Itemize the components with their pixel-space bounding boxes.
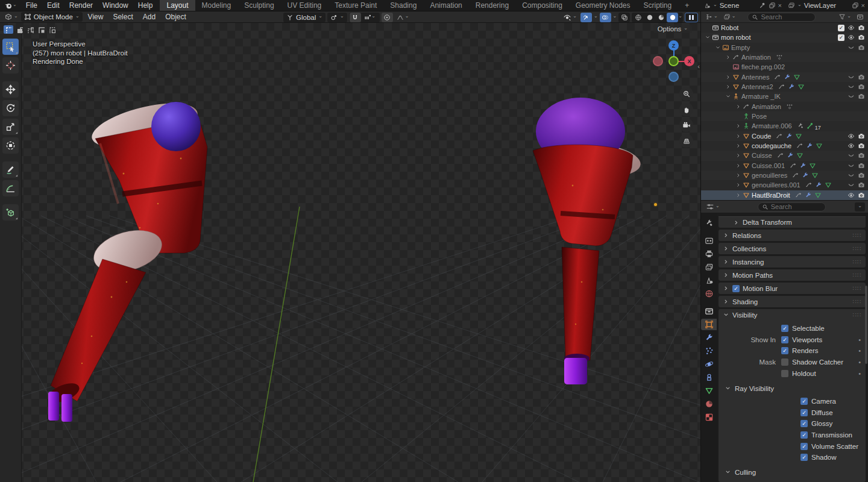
menu-window[interactable]: Window bbox=[98, 0, 133, 11]
eye-closed-icon[interactable] bbox=[848, 93, 855, 100]
outliner-display-mode[interactable] bbox=[703, 12, 720, 22]
outliner-search-input[interactable] bbox=[761, 13, 811, 20]
tab-material[interactable] bbox=[701, 398, 717, 410]
select-mode-extend-button[interactable] bbox=[14, 25, 24, 34]
view-layer-selector[interactable]: ViewLayer bbox=[785, 0, 868, 11]
drag-handle-icon[interactable] bbox=[852, 285, 861, 292]
chevron-right-icon[interactable] bbox=[724, 54, 732, 60]
tool-add-cube[interactable] bbox=[2, 204, 19, 221]
camera-icon[interactable] bbox=[858, 44, 865, 51]
collection-checkbox[interactable] bbox=[838, 34, 844, 41]
selectable-checkbox[interactable] bbox=[781, 325, 788, 332]
select-mode-invert-button[interactable] bbox=[36, 25, 46, 34]
camera-icon[interactable] bbox=[858, 152, 865, 159]
chevron-right-icon[interactable] bbox=[734, 182, 743, 188]
panel-collections[interactable]: Collections bbox=[719, 243, 866, 254]
camera-view-button[interactable] bbox=[679, 118, 693, 132]
tool-annotate[interactable] bbox=[2, 161, 19, 178]
close-icon[interactable] bbox=[778, 2, 782, 9]
robot-arm-left[interactable] bbox=[46, 95, 207, 422]
gizmo-minus-z-axis[interactable] bbox=[668, 72, 679, 82]
tab-render[interactable] bbox=[701, 235, 717, 246]
tab-modifiers[interactable] bbox=[701, 332, 717, 343]
zoom-button[interactable] bbox=[679, 87, 693, 101]
collection-checkbox[interactable] bbox=[838, 25, 844, 31]
chevron-right-icon[interactable] bbox=[734, 143, 743, 149]
shading-solid-button[interactable] bbox=[644, 13, 655, 22]
new-layer-icon[interactable] bbox=[852, 2, 859, 9]
camera-icon[interactable] bbox=[858, 83, 865, 90]
tab-geometry-nodes[interactable]: Geometry Nodes bbox=[569, 0, 637, 11]
tab-object-data[interactable] bbox=[701, 385, 717, 396]
chevron-down-icon[interactable] bbox=[714, 45, 722, 51]
camera-icon[interactable] bbox=[858, 172, 865, 179]
ray-shadow-checkbox[interactable] bbox=[800, 454, 808, 461]
chevron-down-icon[interactable] bbox=[703, 34, 712, 40]
chevron-right-icon[interactable] bbox=[734, 152, 743, 158]
select-mode-new-button[interactable] bbox=[4, 25, 13, 34]
menu-edit[interactable]: Edit bbox=[42, 0, 64, 11]
panel-shading[interactable]: Shading bbox=[719, 296, 866, 307]
tab-tool[interactable] bbox=[701, 218, 717, 229]
outliner-row-coudegauche[interactable]: coudegauche bbox=[701, 141, 868, 151]
viewports-checkbox[interactable] bbox=[781, 336, 788, 343]
outliner-row-genouilleres[interactable]: genouilleres bbox=[701, 171, 868, 180]
menu-help[interactable]: Help bbox=[133, 0, 158, 11]
tab-scripting[interactable]: Scripting bbox=[637, 0, 679, 11]
chevron-down-icon[interactable] bbox=[724, 93, 732, 99]
renders-checkbox[interactable] bbox=[781, 347, 788, 354]
outliner-row-animation2[interactable]: Animation bbox=[701, 102, 868, 111]
outliner-search[interactable] bbox=[747, 13, 816, 22]
camera-icon[interactable] bbox=[858, 181, 865, 189]
camera-icon[interactable] bbox=[858, 74, 865, 81]
tab-animation[interactable]: Animation bbox=[423, 0, 468, 11]
tab-constraints[interactable] bbox=[701, 372, 717, 383]
sidebar-collapse-arrow[interactable]: ‹ bbox=[697, 63, 700, 70]
menu-object[interactable]: Object bbox=[161, 13, 190, 21]
outliner-row-mon-robot[interactable]: mon robot bbox=[701, 33, 868, 42]
menu-select[interactable]: Select bbox=[108, 13, 137, 21]
chevron-right-icon[interactable] bbox=[734, 192, 743, 198]
xray-toggle[interactable] bbox=[618, 13, 630, 22]
eye-icon[interactable] bbox=[848, 34, 855, 41]
pan-button[interactable] bbox=[679, 102, 693, 116]
camera-icon[interactable] bbox=[858, 34, 865, 41]
shading-rendered-button[interactable] bbox=[667, 13, 678, 22]
snap-toggle[interactable] bbox=[350, 13, 361, 22]
pivot-point-selector[interactable] bbox=[327, 13, 347, 22]
eye-closed-icon[interactable] bbox=[848, 44, 855, 51]
eye-closed-icon[interactable] bbox=[848, 83, 855, 90]
holdout-checkbox[interactable] bbox=[781, 370, 788, 377]
tool-measure[interactable] bbox=[2, 180, 19, 196]
menu-view[interactable]: View bbox=[84, 13, 108, 21]
chevron-down-icon[interactable] bbox=[594, 16, 598, 19]
panel-motion-paths[interactable]: Motion Paths bbox=[719, 269, 866, 281]
chevron-right-icon[interactable] bbox=[734, 133, 743, 139]
orientation-selector[interactable]: Global bbox=[283, 13, 326, 22]
camera-icon[interactable] bbox=[858, 24, 865, 31]
chevron-down-icon[interactable] bbox=[678, 16, 682, 19]
ortho-toggle-button[interactable] bbox=[679, 134, 693, 148]
tab-shading[interactable]: Shading bbox=[383, 0, 423, 11]
show-overlays-toggle[interactable] bbox=[600, 13, 611, 22]
tab-sculpting[interactable]: Sculpting bbox=[237, 0, 280, 11]
tool-select-box[interactable] bbox=[2, 39, 19, 55]
animate-dot-icon[interactable] bbox=[858, 347, 861, 354]
ray-diffuse-checkbox[interactable] bbox=[800, 409, 808, 416]
drag-handle-icon[interactable] bbox=[852, 258, 861, 265]
eye-closed-icon[interactable] bbox=[848, 152, 855, 159]
proportional-editing-toggle[interactable] bbox=[382, 13, 393, 22]
tab-uv-editing[interactable]: UV Editing bbox=[281, 0, 329, 11]
chevron-down-icon[interactable] bbox=[613, 16, 617, 19]
outliner-row-armature-006[interactable]: Armature.006 17 bbox=[701, 121, 868, 131]
editor-type-button[interactable] bbox=[2, 12, 20, 22]
tab-scene[interactable] bbox=[701, 275, 717, 286]
tool-cursor[interactable] bbox=[2, 57, 19, 74]
chevron-right-icon[interactable] bbox=[734, 123, 743, 129]
motion-blur-checkbox[interactable] bbox=[732, 285, 740, 292]
new-scene-icon[interactable] bbox=[769, 2, 776, 9]
camera-icon[interactable] bbox=[858, 192, 865, 199]
tab-collection[interactable] bbox=[701, 305, 717, 317]
gizmo-x-axis[interactable]: X bbox=[684, 56, 694, 66]
light-object-dot[interactable] bbox=[654, 203, 657, 206]
